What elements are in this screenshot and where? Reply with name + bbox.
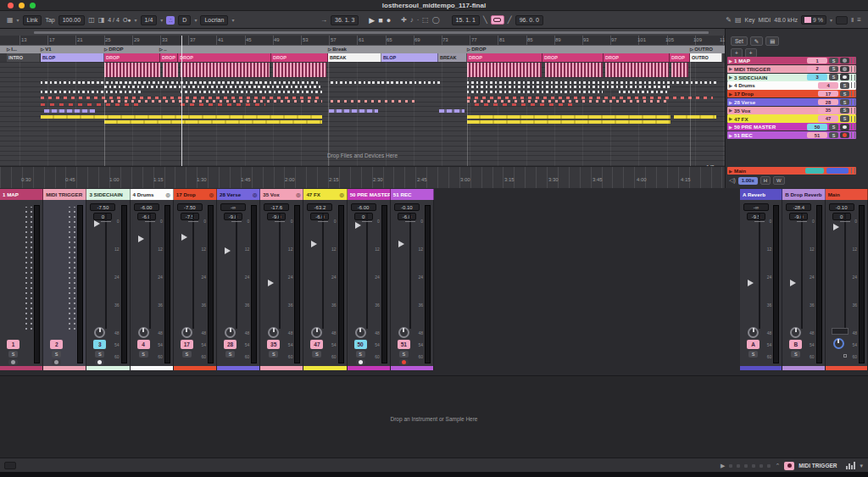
track-number-box[interactable]: 51 <box>398 340 410 349</box>
track-fold-icon[interactable]: ▶ <box>727 100 734 105</box>
record-indicator-icon[interactable] <box>784 462 794 470</box>
channel-strip[interactable]: -28.4 -9.0 0 12 24 36 48 54 60 B <box>782 200 825 370</box>
channel-strip[interactable]: 0 12 24 36 48 54 60 1 S <box>0 200 43 370</box>
locator-marker[interactable]: V1 <box>41 47 52 52</box>
channel-strip[interactable]: -6.00 -6.0 0 12 24 36 48 54 60 4 S <box>131 200 174 370</box>
fader-rail[interactable] <box>322 214 324 329</box>
track-number-box[interactable]: 28 <box>818 99 838 106</box>
track-name[interactable]: MIDI TRIGGER <box>734 66 807 72</box>
arrangement-clip[interactable]: DROP <box>604 53 670 62</box>
track-number-box[interactable]: 47 <box>818 115 838 122</box>
track-header-row[interactable]: ▶ 3 SIDECHAIN 3 S <box>727 74 856 81</box>
fader-handle[interactable] <box>225 247 231 254</box>
meter-caret-icon[interactable]: ▾ <box>860 463 863 469</box>
solo-button[interactable]: S <box>399 351 409 358</box>
track-header-row[interactable]: ▶ 50 PRE MASTER 50 S <box>727 123 856 130</box>
track-fold-icon[interactable]: ▶ <box>727 92 734 97</box>
fader-handle[interactable] <box>790 280 796 286</box>
track-number-box[interactable]: A <box>747 340 760 349</box>
pan-value-field[interactable]: -9.0 <box>789 213 808 220</box>
track-fold-icon[interactable]: ▶ <box>727 169 734 174</box>
pan-knob[interactable] <box>790 327 801 338</box>
midi-overdub-icon[interactable]: ♪ <box>410 17 414 24</box>
pan-knob[interactable] <box>138 327 149 338</box>
fader-handle[interactable] <box>398 241 404 247</box>
group-fold-icon[interactable]: ◎ <box>339 191 343 197</box>
solo-button[interactable]: S <box>312 351 321 358</box>
track-fold-icon[interactable]: ▶ <box>727 83 734 88</box>
pan-value-field[interactable]: -6.0 <box>398 213 416 220</box>
locator-marker[interactable]: Break <box>328 47 347 52</box>
view-options-icon[interactable]: ▦ <box>7 17 14 24</box>
mixer-track-tab[interactable]: Main <box>826 189 868 200</box>
solo-button[interactable]: S <box>356 351 365 358</box>
pan-knob[interactable] <box>94 327 105 338</box>
volume-value-field[interactable]: -7.50 <box>177 203 203 211</box>
track-fold-icon[interactable]: ▶ <box>727 116 734 121</box>
track-number-box[interactable]: 35 <box>267 340 280 349</box>
track-header-row[interactable]: ▶ 35 Vox 35 S <box>727 107 856 114</box>
solo-button[interactable]: S <box>829 58 838 64</box>
track-number-box[interactable]: 1 <box>807 58 827 64</box>
draw-mode-icon[interactable]: ✎ <box>726 17 732 24</box>
track-number-box[interactable]: 3 <box>807 74 827 80</box>
channel-strip[interactable]: -∞ -9.0 0 12 24 36 48 54 60 28 S <box>217 200 260 370</box>
pan-knob[interactable] <box>748 327 759 338</box>
arm-button[interactable] <box>840 66 849 73</box>
solo-button[interactable]: S <box>829 74 838 80</box>
volume-value-field[interactable]: -0.10 <box>394 203 420 211</box>
solo-button[interactable]: S <box>52 351 61 358</box>
volume-value-field[interactable]: -∞ <box>743 203 769 211</box>
solo-button[interactable]: S <box>829 124 838 130</box>
arm-button[interactable] <box>399 359 409 365</box>
key-map-button[interactable]: Key <box>744 17 754 23</box>
group-fold-icon[interactable]: ◎ <box>166 191 170 197</box>
quantize-menu[interactable]: 1/4 <box>141 15 158 25</box>
playhead[interactable] <box>181 36 182 166</box>
computer-midi-keyboard-icon[interactable]: ▤ <box>735 17 742 24</box>
volume-value-field[interactable]: -6.00 <box>134 203 159 211</box>
punch-out-icon[interactable]: ╱ <box>508 17 512 24</box>
tempo-field[interactable]: 100.00 <box>58 15 85 25</box>
pan-value-field[interactable]: -9.0 <box>224 213 242 220</box>
arm-button[interactable] <box>840 74 849 80</box>
fader-handle[interactable] <box>355 222 361 229</box>
pan-value-field[interactable]: 0 <box>832 213 851 220</box>
scale-root-caret-icon[interactable]: ▾ <box>194 17 197 23</box>
solo-button[interactable]: S <box>95 351 104 358</box>
pan-value-field[interactable]: -6.0 <box>310 213 329 220</box>
arrangement-clip[interactable]: BREAK <box>438 53 467 62</box>
solo-button[interactable]: S <box>791 351 800 358</box>
loop-length-field[interactable]: 96. 0. 0 <box>515 15 543 25</box>
channel-strip[interactable]: -∞ -9.5 0 12 24 36 48 54 60 A <box>740 200 782 370</box>
track-number-box[interactable]: B <box>789 340 802 349</box>
track-name[interactable]: 47 FX <box>734 116 818 122</box>
arrangement-clip[interactable]: DROP <box>160 53 178 62</box>
track-number-box[interactable]: 47 <box>310 340 323 349</box>
link-button[interactable]: Link <box>23 15 42 25</box>
track-number-box[interactable]: 50 <box>807 124 827 130</box>
arrangement-clip[interactable]: BLOP <box>41 53 104 62</box>
track-header-row[interactable]: ▶ 1 MAP 1 S <box>727 57 856 64</box>
main-track-name[interactable]: Main <box>734 168 805 174</box>
cpu-meter[interactable]: 9 % <box>801 15 826 25</box>
record-button[interactable]: ● <box>387 16 391 25</box>
pan-value-field[interactable]: -7.5 <box>181 213 199 220</box>
track-number-box[interactable]: 28 <box>224 340 236 349</box>
locator-marker[interactable]: OUTRO <box>690 47 713 52</box>
volume-value-field[interactable]: -6.00 <box>351 203 376 211</box>
arrangement-clip[interactable]: BLOP <box>381 53 438 62</box>
arrangement-clip[interactable]: DROP <box>271 53 328 62</box>
track-number-box[interactable]: 17 <box>181 340 193 349</box>
track-number-box[interactable]: 3 <box>93 340 106 349</box>
lock-envelopes-icon[interactable]: ▤ <box>765 36 779 46</box>
scale-root-menu[interactable]: D <box>178 15 191 25</box>
track-number-box[interactable]: 35 <box>818 108 838 114</box>
fader-rail[interactable] <box>801 214 803 329</box>
solo-button[interactable]: S <box>840 99 849 106</box>
track-number-box[interactable]: 50 <box>354 340 367 349</box>
track-header-row[interactable]: ▶ 17 Drop 17 S <box>727 90 856 97</box>
track-name[interactable]: 28 Verse <box>734 99 818 105</box>
arrangement-position-field[interactable]: 36. 1. 3 <box>331 15 359 25</box>
midi-map-button[interactable]: MIDI <box>759 17 771 23</box>
